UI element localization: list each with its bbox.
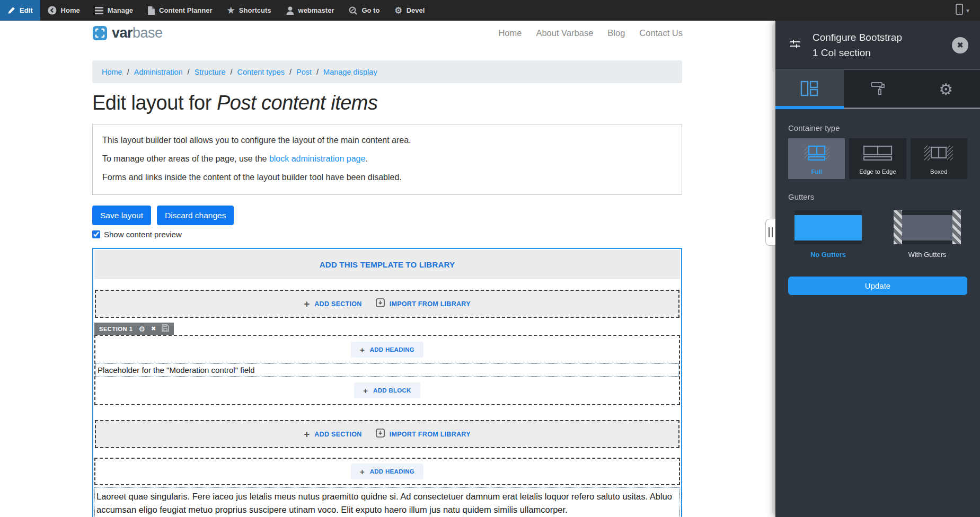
star-icon: ★: [227, 6, 235, 15]
toolbar-item-user[interactable]: webmaster: [279, 0, 342, 21]
nav-link-home[interactable]: Home: [498, 28, 522, 38]
section-remove-icon[interactable]: ✖: [151, 326, 156, 332]
show-content-preview-label: Show content preview: [104, 230, 182, 239]
add-heading-button[interactable]: + ADD HEADING: [351, 342, 423, 358]
plus-icon: +: [363, 387, 368, 395]
tab-layout[interactable]: [775, 70, 844, 109]
panel-body: Container type Full Edge t: [775, 109, 980, 295]
chevron-down-icon: ▾: [966, 7, 969, 14]
container-option-boxed[interactable]: Boxed: [911, 138, 967, 179]
layout-builder: ADD THIS TEMPLATE TO LIBRARY + ADD SECTI…: [92, 248, 682, 517]
main-content: Home / Administration / Structure / Cont…: [92, 46, 682, 517]
toolbar-item-home[interactable]: Home: [40, 0, 87, 21]
nav-link-contact[interactable]: Contact Us: [639, 28, 683, 38]
info-paragraph-1: This layout builder tool allows you to c…: [102, 136, 672, 145]
sliders-icon: [789, 39, 801, 51]
page-title-emphasis: Post content items: [217, 92, 378, 114]
update-button[interactable]: Update: [788, 277, 967, 295]
save-layout-button[interactable]: Save layout: [92, 206, 151, 225]
add-template-to-library-button[interactable]: ADD THIS TEMPLATE TO LIBRARY: [94, 250, 680, 279]
toolbar-item-label: Edit: [20, 6, 33, 14]
active-tab-indicator: [775, 106, 844, 109]
paint-roller-icon: [870, 81, 886, 99]
page-title: Edit layout for Post content items: [92, 92, 682, 114]
toolbar-item-label: Shortcuts: [239, 6, 271, 14]
close-icon: ✖: [957, 41, 964, 49]
breadcrumb-separator: /: [289, 68, 292, 76]
panel-tabs: ⚙: [775, 70, 980, 109]
with-gutters-icon: [894, 210, 961, 244]
site-nav: Home About Varbase Blog Contact Us: [498, 28, 683, 38]
gutter-option-no-gutters[interactable]: No Gutters: [794, 210, 862, 258]
toolbar-item-content-planner[interactable]: Content Planner: [140, 0, 219, 21]
layout-builder-info-box: This layout builder tool allows you to c…: [92, 124, 682, 195]
panel-header: Configure Bootstrap 1 Col section ✖: [775, 21, 980, 70]
body-field-preview[interactable]: Laoreet quae singularis. Fere iaceo jus …: [94, 487, 680, 517]
toolbar-item-label: Devel: [407, 6, 425, 14]
breadcrumb-separator: /: [188, 68, 190, 76]
plus-icon: +: [360, 468, 365, 476]
section-configure-icon[interactable]: ⚙: [138, 325, 145, 333]
breadcrumb-home[interactable]: Home: [102, 68, 122, 76]
tab-settings[interactable]: ⚙: [912, 70, 980, 109]
gutter-option-with-gutters[interactable]: With Gutters: [894, 210, 961, 258]
add-block-button[interactable]: + ADD BLOCK: [354, 382, 420, 398]
plus-icon: +: [360, 346, 365, 354]
toolbar-item-label: webmaster: [298, 6, 334, 14]
gear-icon: ⚙: [939, 82, 953, 97]
pencil-icon: [7, 6, 15, 14]
toolbar-orientation-toggle[interactable]: ▾: [956, 0, 980, 21]
nav-link-about[interactable]: About Varbase: [536, 28, 593, 38]
site-logo[interactable]: varbase: [93, 25, 163, 41]
breadcrumb-structure[interactable]: Structure: [195, 68, 226, 76]
import-from-library-link[interactable]: IMPORT FROM LIBRARY: [376, 429, 471, 440]
info-paragraph-3: Forms and links inside the content of th…: [102, 173, 672, 182]
discard-changes-button[interactable]: Discard changes: [157, 206, 234, 225]
hamburger-icon: [95, 7, 103, 14]
content-preview-toggle: Show content preview: [92, 230, 682, 239]
toolbar-item-devel[interactable]: ⚙ Devel: [387, 0, 432, 21]
toolbar-item-shortcuts[interactable]: ★ Shortcuts: [220, 0, 279, 21]
tab-style[interactable]: [844, 70, 912, 109]
breadcrumb-content-types[interactable]: Content types: [237, 68, 285, 76]
breadcrumb-manage-display[interactable]: Manage display: [323, 68, 377, 76]
plus-icon: +: [304, 299, 310, 309]
add-heading-button[interactable]: + ADD HEADING: [351, 463, 423, 479]
admin-toolbar: Edit Home Manage Content Planner ★ Short…: [0, 0, 980, 21]
container-full-icon: [800, 143, 833, 165]
panel-title: Configure Bootstrap 1 Col section: [813, 30, 902, 61]
varbase-logo-icon: [93, 26, 107, 40]
section-1-region: + ADD HEADING Placeholder for the "Moder…: [94, 335, 680, 405]
toolbar-item-label: Manage: [108, 6, 133, 14]
container-type-label: Container type: [788, 123, 967, 132]
file-icon: [148, 6, 155, 15]
back-to-site-icon: [48, 6, 57, 15]
toolbar-item-label: Content Planner: [159, 6, 212, 14]
container-option-full[interactable]: Full: [788, 138, 845, 179]
panel-close-button[interactable]: ✖: [952, 37, 968, 54]
plus-icon: +: [304, 429, 310, 439]
add-heading-area: + ADD HEADING: [95, 336, 679, 363]
gutter-options: No Gutters With Gutters: [788, 207, 967, 258]
nav-link-blog[interactable]: Blog: [607, 28, 625, 38]
toolbar-item-manage[interactable]: Manage: [87, 0, 140, 21]
add-section-link[interactable]: + ADD SECTION: [304, 299, 362, 309]
container-option-edge-to-edge[interactable]: Edge to Edge: [849, 138, 906, 179]
add-section-link[interactable]: + ADD SECTION: [304, 429, 362, 439]
section-2-add-heading-area: + ADD HEADING: [94, 458, 680, 485]
site-logo-text: varbase: [112, 25, 163, 41]
show-content-preview-checkbox[interactable]: [92, 230, 100, 238]
add-block-area: + ADD BLOCK: [95, 377, 679, 404]
block-administration-link[interactable]: block administration page: [269, 154, 365, 163]
no-gutters-icon: [794, 210, 862, 244]
breadcrumb-administration[interactable]: Administration: [134, 68, 183, 76]
toolbar-item-edit[interactable]: Edit: [0, 0, 40, 21]
import-from-library-link[interactable]: IMPORT FROM LIBRARY: [376, 298, 471, 309]
breadcrumb-post[interactable]: Post: [296, 68, 312, 76]
offcanvas-drag-handle[interactable]: [765, 219, 775, 246]
section-1-tab[interactable]: SECTION 1 ⚙ ✖: [94, 323, 174, 335]
import-icon: [376, 298, 385, 309]
moderation-control-placeholder[interactable]: Placeholder for the "Moderation control"…: [95, 363, 679, 377]
toolbar-item-goto[interactable]: Go to: [341, 0, 387, 21]
section-save-icon[interactable]: [162, 324, 169, 334]
